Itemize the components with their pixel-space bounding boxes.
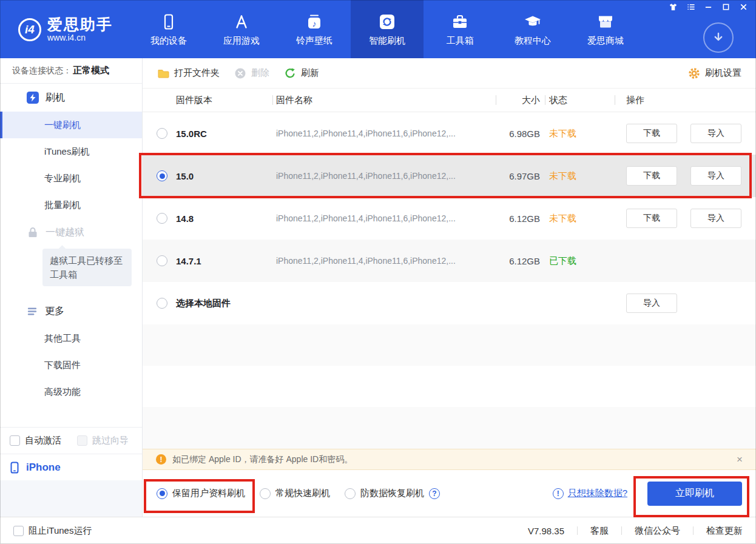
connection-status-value: 正常模式 <box>73 65 109 76</box>
jailbreak-moved-tooltip: 越狱工具已转移至工具箱 <box>42 249 132 286</box>
firmware-radio[interactable] <box>157 213 167 224</box>
window-controls <box>669 2 748 11</box>
svg-text:♪: ♪ <box>312 18 317 28</box>
nav-item-tutorials[interactable]: 教程中心 <box>496 0 569 58</box>
download-button[interactable]: 下载 <box>626 124 677 143</box>
firmware-table-header: 固件版本 固件名称 大小 状态 操作 <box>143 88 756 112</box>
firmware-radio[interactable] <box>157 298 167 309</box>
flash-settings-button[interactable]: 刷机设置 <box>688 67 741 79</box>
block-itunes-checkbox[interactable] <box>13 526 24 536</box>
nav-item-toolbox[interactable]: 工具箱 <box>424 0 496 58</box>
nav-item-smart-flash[interactable]: 智能刷机 <box>351 0 424 58</box>
col-header-size: 大小 <box>491 95 540 106</box>
sidebar-item-batch-flash[interactable]: 批量刷机 <box>0 192 142 218</box>
appstore-icon <box>232 12 251 32</box>
download-button[interactable]: 下载 <box>626 166 677 186</box>
sidebar-item-pro-flash[interactable]: 专业刷机 <box>0 165 142 192</box>
open-folder-button[interactable]: 打开文件夹 <box>157 67 220 79</box>
col-header-actions: 操作 <box>615 95 756 106</box>
firmware-row-local[interactable]: 选择本地固件 导入 <box>143 282 756 324</box>
app-window: i4 爱思助手 www.i4.cn 我的设备 应用游戏 ♪ <box>0 0 756 544</box>
theme-icon[interactable] <box>669 2 678 11</box>
device-name: iPhone <box>26 462 61 474</box>
statusbar-links: V7.98.35 客服 微信公众号 检查更新 <box>528 525 743 537</box>
option-anti-recovery-flash[interactable]: 防数据恢复刷机 ? <box>345 488 440 499</box>
import-button[interactable]: 导入 <box>626 294 677 313</box>
notice-text: 如已绑定 Apple ID，请准备好 Apple ID和密码。 <box>172 454 353 465</box>
sidebar-item-one-key-flash[interactable]: 一键刷机 <box>0 112 142 138</box>
menu-list-icon[interactable] <box>686 2 695 11</box>
top-header-bar: i4 爱思助手 www.i4.cn 我的设备 应用游戏 ♪ <box>0 0 756 58</box>
nav-item-apps-games[interactable]: 应用游戏 <box>205 0 278 58</box>
sidebar-item-itunes-flash[interactable]: iTunes刷机 <box>0 138 142 165</box>
anti-recovery-radio[interactable] <box>345 488 356 499</box>
flash-options-bar: 保留用户资料刷机 常规快速刷机 防数据恢复刷机 ? ! 只想抹除数据? 立即刷机 <box>143 470 756 517</box>
nav-item-my-device[interactable]: 我的设备 <box>132 0 205 58</box>
maximize-icon[interactable] <box>721 2 731 11</box>
sidebar-options-row: 自动激活 跳过向导 <box>0 427 142 454</box>
sidebar-item-advanced[interactable]: 高级功能 <box>0 378 142 405</box>
refresh-icon <box>284 67 296 79</box>
keep-data-radio[interactable] <box>157 488 167 499</box>
apple-id-notice-bar: ! 如已绑定 Apple ID，请准备好 Apple ID和密码。 × <box>143 449 756 470</box>
download-button[interactable]: 下载 <box>626 209 677 228</box>
sidebar-bottom: 自动激活 跳过向导 iPhone <box>0 427 142 517</box>
firmware-row-15-0[interactable]: 15.0 iPhone11,2,iPhone11,4,iPhone11,6,iP… <box>143 155 756 197</box>
delete-button[interactable]: 删除 <box>234 67 269 79</box>
phone-icon <box>160 12 178 32</box>
device-info-panel <box>0 480 142 517</box>
app-logo: i4 爱思助手 www.i4.cn <box>18 16 113 42</box>
refresh-button[interactable]: 刷新 <box>284 67 319 79</box>
brand-name: 爱思助手 <box>47 16 113 33</box>
minimize-icon[interactable] <box>704 2 713 11</box>
option-keep-user-data[interactable]: 保留用户资料刷机 <box>157 488 245 499</box>
import-button[interactable]: 导入 <box>690 124 741 143</box>
download-manager-button[interactable] <box>703 22 734 53</box>
customer-service-link[interactable]: 客服 <box>578 525 621 537</box>
check-update-link[interactable]: 检查更新 <box>694 525 743 537</box>
sidebar-group-more: 更多 <box>0 297 142 325</box>
skip-setup-label: 跳过向导 <box>92 435 129 446</box>
erase-data-group: ! 只想抹除数据? <box>553 488 627 499</box>
col-header-version: 固件版本 <box>176 95 272 106</box>
question-icon[interactable]: ? <box>429 488 440 499</box>
warning-icon: ! <box>156 454 166 465</box>
normal-flash-radio[interactable] <box>260 488 271 499</box>
status-bar: 阻止iTunes运行 V7.98.35 客服 微信公众号 检查更新 <box>0 517 756 544</box>
download-arrow-icon <box>711 30 726 45</box>
brand-badge-icon: i4 <box>18 18 41 41</box>
status-badge: 未下载 <box>540 170 615 182</box>
firmware-radio[interactable] <box>157 128 167 139</box>
block-itunes-label: 阻止iTunes运行 <box>29 525 92 537</box>
empty-row-band <box>143 324 756 366</box>
skip-setup-checkbox[interactable] <box>77 435 87 446</box>
erase-data-link[interactable]: 只想抹除数据? <box>568 488 627 499</box>
firmware-radio-selected[interactable] <box>157 170 167 181</box>
import-button[interactable]: 导入 <box>690 209 741 228</box>
sidebar-item-other-tools[interactable]: 其他工具 <box>0 325 142 352</box>
status-badge: 未下载 <box>540 128 615 139</box>
nav-item-store[interactable]: 爱思商城 <box>569 0 642 58</box>
block-itunes-option[interactable]: 阻止iTunes运行 <box>13 525 92 537</box>
flash-now-button[interactable]: 立即刷机 <box>647 482 742 506</box>
hamburger-icon <box>27 306 38 317</box>
ringtone-icon: ♪ <box>305 12 323 32</box>
sidebar-item-download-firmware[interactable]: 下载固件 <box>0 352 142 378</box>
lock-icon <box>27 226 39 238</box>
option-normal-flash[interactable]: 常规快速刷机 <box>260 488 330 499</box>
firmware-radio[interactable] <box>157 255 167 266</box>
connected-device-row[interactable]: iPhone <box>0 454 142 480</box>
sidebar-group-flash: 刷机 <box>0 84 142 112</box>
wechat-official-link[interactable]: 微信公众号 <box>622 525 693 537</box>
firmware-row-14-7-1[interactable]: 14.7.1 iPhone11,2,iPhone11,4,iPhone11,6,… <box>143 240 756 282</box>
import-button[interactable]: 导入 <box>690 166 741 186</box>
flash-phone-icon <box>27 92 39 104</box>
firmware-row-15-0RC[interactable]: 15.0RC iPhone11,2,iPhone11,4,iPhone11,6,… <box>143 112 756 155</box>
notice-close-icon[interactable]: × <box>737 454 743 465</box>
nav-item-ringtones[interactable]: ♪ 铃声壁纸 <box>278 0 351 58</box>
auto-activate-label: 自动激活 <box>25 435 61 446</box>
close-icon[interactable] <box>739 2 748 11</box>
firmware-row-14-8[interactable]: 14.8 iPhone11,2,iPhone11,4,iPhone11,6,iP… <box>143 197 756 240</box>
auto-activate-checkbox[interactable] <box>10 435 20 446</box>
sync-icon <box>378 12 396 32</box>
